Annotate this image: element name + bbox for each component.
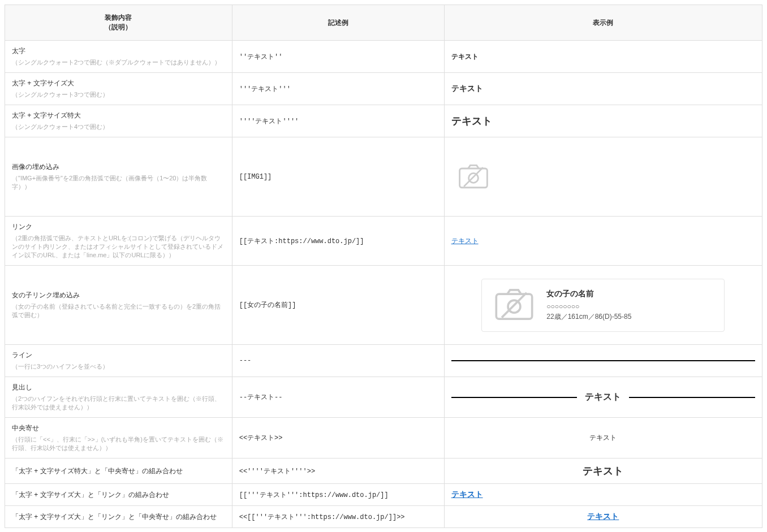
no-image-icon [492, 287, 536, 323]
example-link[interactable]: テキスト [451, 237, 479, 245]
svg-line-5 [502, 293, 527, 318]
row-title: ライン [12, 351, 225, 360]
row-title: 「太字 + 文字サイズ特大」と「中央寄せ」の組み合わせ [12, 466, 225, 476]
row-title: 画像の埋め込み [12, 162, 225, 172]
syntax-cell: [[IMG1]] [232, 137, 444, 217]
table-row: ライン （一行に3つのハイフンを並べる） --- [5, 345, 762, 377]
row-title: 太字 + 文字サイズ特大 [12, 111, 225, 120]
row-title: 太字 + 文字サイズ大 [12, 79, 225, 88]
row-title: 女の子リンク埋め込み [12, 291, 225, 300]
row-note: （シングルクウォート2つで囲む（※ダブルクウォートではありません）） [12, 58, 225, 67]
profile-name: 女の子の名前 [546, 289, 631, 299]
example-link-large-centered[interactable]: テキスト [587, 512, 619, 521]
profile-stats: 22歳／161cm／86(D)-55-85 [546, 312, 631, 322]
table-row: 「太字 + 文字サイズ大」と「リンク」の組み合わせ [['''テキスト''':h… [5, 484, 762, 506]
row-note: （2重の角括弧で囲み、テキストとURLを:(コロン)で繋げる（デリヘルタウンのサ… [12, 234, 225, 259]
desc-cell: リンク （2重の角括弧で囲み、テキストとURLを:(コロン)で繋げる（デリヘルタ… [5, 217, 232, 266]
table-row: 中央寄せ （行頭に「<<」、行末に「>>」(いずれも半角)を置いてテキストを囲む… [5, 418, 762, 459]
syntax-cell: [[女の子の名前]] [232, 266, 444, 345]
header-example: 表示例 [444, 5, 762, 41]
header-decoration: 装飾内容 （説明） [5, 5, 232, 41]
header-syntax: 記述例 [232, 5, 444, 41]
example-horizontal-rule [451, 360, 755, 361]
desc-cell: 見出し （2つのハイフンをそれぞれ行頭と行末に置いてテキストを囲む（※行頭、行末… [5, 377, 232, 418]
example-cell: テキスト [444, 73, 762, 105]
syntax-cell: '''テキスト''' [232, 73, 444, 105]
table-row: 太字 + 文字サイズ大 （シングルクウォート3つで囲む） '''テキスト''' … [5, 73, 762, 105]
table-row: 見出し （2つのハイフンをそれぞれ行頭と行末に置いてテキストを囲む（※行頭、行末… [5, 377, 762, 418]
desc-cell: 「太字 + 文字サイズ特大」と「中央寄せ」の組み合わせ [5, 459, 232, 484]
formatting-reference-table: 装飾内容 （説明） 記述例 表示例 太字 （シングルクウォート2つで囲む（※ダブ… [5, 5, 762, 528]
example-centered: テキスト [589, 434, 617, 442]
table-row: リンク （2重の角括弧で囲み、テキストとURLを:(コロン)で繋げる（デリヘルタ… [5, 217, 762, 266]
desc-cell: 女の子リンク埋め込み （女の子の名前（登録されている名前と完全に一致するもの）を… [5, 266, 232, 345]
syntax-cell: <<[['''テキスト''':https://www.dto.jp/]]>> [232, 506, 444, 528]
row-note: （行頭に「<<」、行末に「>>」(いずれも半角)を置いてテキストを囲む（※行頭、… [12, 435, 225, 452]
example-centered-xlarge: テキスト [583, 465, 623, 477]
row-note: （女の子の名前（登録されている名前と完全に一致するもの）を2重の角括弧で囲む） [12, 302, 225, 319]
heading-label: テキスト [585, 391, 621, 403]
svg-line-2 [464, 167, 483, 187]
example-cell: テキスト [444, 418, 762, 459]
example-bold: テキスト [451, 53, 479, 60]
syntax-cell: --- [232, 345, 444, 377]
desc-cell: 「太字 + 文字サイズ大」と「リンク」の組み合わせ [5, 484, 232, 506]
example-cell: テキスト [444, 377, 762, 418]
row-title: リンク [12, 222, 225, 232]
example-link-large[interactable]: テキスト [451, 490, 483, 499]
desc-cell: 太字 （シングルクウォート2つで囲む（※ダブルクウォートではありません）） [5, 41, 232, 73]
table-row: 画像の埋め込み （"IMG+画像番号"を2重の角括弧で囲む（画像番号（1〜20）… [5, 137, 762, 217]
example-cell: テキスト [444, 105, 762, 137]
example-heading: テキスト [451, 391, 755, 403]
example-cell [444, 345, 762, 377]
profile-info: 女の子の名前 ○○○○○○○○ 22歳／161cm／86(D)-55-85 [546, 289, 631, 322]
example-cell: テキスト [444, 484, 762, 506]
row-note: （シングルクウォート4つで囲む） [12, 123, 225, 131]
row-title: 太字 [12, 46, 225, 56]
desc-cell: 画像の埋め込み （"IMG+画像番号"を2重の角括弧で囲む（画像番号（1〜20）… [5, 137, 232, 217]
desc-cell: ライン （一行に3つのハイフンを並べる） [5, 345, 232, 377]
desc-cell: 太字 + 文字サイズ大 （シングルクウォート3つで囲む） [5, 73, 232, 105]
table-row: 「太字 + 文字サイズ特大」と「中央寄せ」の組み合わせ <<''''テキスト''… [5, 459, 762, 484]
no-image-icon [451, 159, 495, 195]
syntax-cell: [['''テキスト''':https://www.dto.jp/]] [232, 484, 444, 506]
profile-card[interactable]: 女の子の名前 ○○○○○○○○ 22歳／161cm／86(D)-55-85 [481, 279, 725, 332]
row-title: 見出し [12, 383, 225, 392]
syntax-cell: [[テキスト:https://www.dto.jp/]] [232, 217, 444, 266]
table-header-row: 装飾内容 （説明） 記述例 表示例 [5, 5, 762, 41]
header-col1-line1: 装飾内容 [105, 14, 132, 21]
row-note: （シングルクウォート3つで囲む） [12, 90, 225, 99]
profile-dots: ○○○○○○○○ [546, 301, 631, 312]
row-note: （2つのハイフンをそれぞれ行頭と行末に置いてテキストを囲む（※行頭、行末以外では… [12, 395, 225, 412]
example-cell [444, 137, 762, 217]
syntax-cell: --テキスト-- [232, 377, 444, 418]
example-cell: 女の子の名前 ○○○○○○○○ 22歳／161cm／86(D)-55-85 [444, 266, 762, 345]
table-row: 女の子リンク埋め込み （女の子の名前（登録されている名前と完全に一致するもの）を… [5, 266, 762, 345]
syntax-cell: <<''''テキスト''''>> [232, 459, 444, 484]
table-row: 「太字 + 文字サイズ大」と「リンク」と「中央寄せ」の組み合わせ <<[['''… [5, 506, 762, 528]
example-cell: テキスト [444, 506, 762, 528]
example-cell: テキスト [444, 217, 762, 266]
desc-cell: 中央寄せ （行頭に「<<」、行末に「>>」(いずれも半角)を置いてテキストを囲む… [5, 418, 232, 459]
row-title: 「太字 + 文字サイズ大」と「リンク」と「中央寄せ」の組み合わせ [12, 512, 225, 522]
example-bold-xlarge: テキスト [451, 115, 492, 127]
header-col1-line2: （説明） [105, 23, 132, 31]
syntax-cell: ''''テキスト'''' [232, 105, 444, 137]
example-cell: テキスト [444, 459, 762, 484]
table-row: 太字 （シングルクウォート2つで囲む（※ダブルクウォートではありません）） ''… [5, 41, 762, 73]
example-cell: テキスト [444, 41, 762, 73]
row-note: （一行に3つのハイフンを並べる） [12, 362, 225, 371]
desc-cell: 「太字 + 文字サイズ大」と「リンク」と「中央寄せ」の組み合わせ [5, 506, 232, 528]
table-row: 太字 + 文字サイズ特大 （シングルクウォート4つで囲む） ''''テキスト''… [5, 105, 762, 137]
syntax-cell: ''テキスト'' [232, 41, 444, 73]
desc-cell: 太字 + 文字サイズ特大 （シングルクウォート4つで囲む） [5, 105, 232, 137]
example-bold-large: テキスト [451, 84, 483, 93]
row-title: 「太字 + 文字サイズ大」と「リンク」の組み合わせ [12, 490, 225, 500]
syntax-cell: <<テキスト>> [232, 418, 444, 459]
row-note: （"IMG+画像番号"を2重の角括弧で囲む（画像番号（1〜20）は半角数字）） [12, 174, 225, 191]
row-title: 中央寄せ [12, 423, 225, 433]
